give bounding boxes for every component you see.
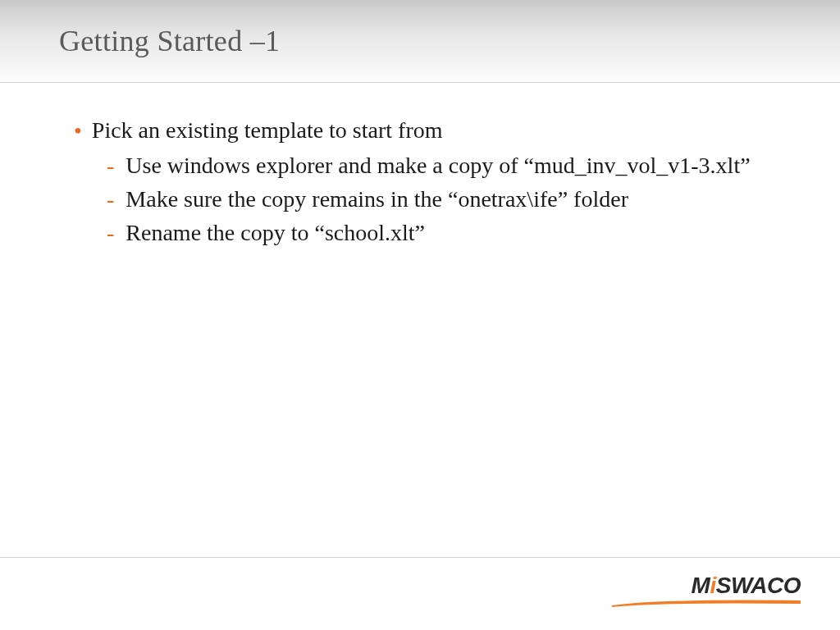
- logo-text: Mi SWACO: [692, 574, 801, 597]
- dash-icon: -: [107, 218, 114, 248]
- sub-bullet-item: - Rename the copy to “school.xlt”: [107, 218, 791, 249]
- bullet-icon: •: [74, 117, 82, 145]
- sub-bullet-text: Rename the copy to “school.xlt”: [126, 218, 791, 249]
- logo-swoosh-icon: [612, 599, 801, 607]
- slide-title: Getting Started –1: [59, 24, 280, 58]
- logo-suffix: SWACO: [716, 574, 801, 597]
- sub-bullet-text: Make sure the copy remains in the “onetr…: [126, 185, 791, 215]
- logo-mi-swaco: Mi SWACO: [612, 574, 801, 607]
- sub-bullet-text: Use windows explorer and make a copy of …: [126, 151, 791, 181]
- dash-icon: -: [107, 185, 114, 214]
- sub-bullet-item: - Use windows explorer and make a copy o…: [107, 151, 791, 181]
- dash-icon: -: [107, 151, 114, 180]
- title-band: Getting Started –1: [0, 0, 840, 82]
- bullet-text: Pick an existing template to start from: [92, 116, 791, 146]
- content-area: • Pick an existing template to start fro…: [0, 83, 840, 249]
- bullet-item: • Pick an existing template to start fro…: [74, 116, 791, 146]
- divider-bottom: [0, 557, 840, 558]
- logo-accent-letter: i: [710, 574, 715, 597]
- sub-bullet-item: - Make sure the copy remains in the “one…: [107, 185, 791, 215]
- logo-prefix: M: [692, 574, 710, 597]
- slide: Getting Started –1 • Pick an existing te…: [0, 0, 840, 630]
